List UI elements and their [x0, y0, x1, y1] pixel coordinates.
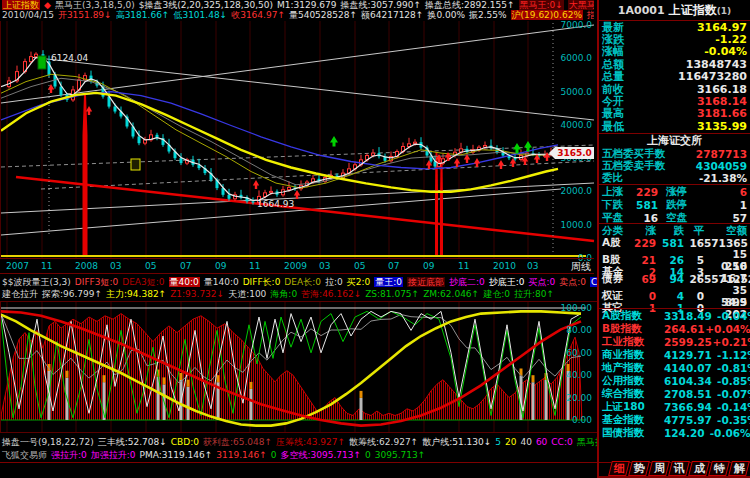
info-segment: 换0.00% [427, 10, 465, 20]
x-axis-label: 2009 [284, 261, 307, 272]
index-change: +0.21% [712, 336, 750, 348]
y-axis-label: 4000.0 [554, 121, 592, 130]
x-axis-label: 2010 [493, 261, 516, 272]
exchange-name: 上海证交所 [599, 133, 750, 148]
index-name: 上证180 [602, 400, 664, 414]
top-info-line-2: 2010/04/15开3151.89↓高3181.66↑低3101.48↓收31… [0, 10, 594, 20]
index-row[interactable]: 国债指数124.20-0.06% [599, 426, 750, 439]
index-row[interactable]: 商业指数4129.71-1.12% [599, 348, 750, 361]
symbol-suffix: (1) [717, 6, 732, 16]
index-row[interactable]: 地产指数4140.07-0.81% [599, 361, 750, 374]
info-segment: ZM:62.046↑ [423, 289, 479, 299]
current-price-tag: 3165.0 [555, 147, 594, 159]
info-segment: 拉升:80↑ [514, 289, 554, 299]
view-tab-成[interactable]: 成 [688, 461, 710, 476]
quote-value: 13848743 [686, 58, 747, 71]
index-name: 商业指数 [602, 348, 664, 362]
main-chart-region[interactable]: 6124.041664.93 7000.06000.05000.04000.03… [0, 21, 597, 258]
index-name: B股指数 [602, 322, 664, 336]
index-change: -0.04% [712, 310, 750, 322]
quote-value: 3166.18 [697, 83, 747, 96]
x-axis-label: 2008 [75, 261, 98, 272]
indicator-chart-region[interactable]: 100.0080.0060.0040.0020.000.00 [0, 301, 597, 433]
y-axis-label: 1000.0 [554, 221, 592, 230]
period-label[interactable]: 周线 [571, 261, 591, 272]
x-axis-label: 03 [319, 261, 330, 272]
quote-value: 3164.97 [697, 21, 747, 34]
index-value: 264.61 [664, 323, 705, 335]
info-segment: 量140:0 [204, 277, 239, 287]
view-tab-讯[interactable]: 讯 [668, 461, 690, 476]
info-segment: 沪(19.62)0.62% [511, 10, 583, 20]
info-segment: ◆ [44, 0, 51, 10]
index-name: A股指数 [602, 309, 664, 323]
svg-text:1664.93: 1664.93 [257, 199, 294, 209]
index-row[interactable]: 上证1807366.94-0.14% [599, 400, 750, 413]
view-tab-细[interactable]: 细 [608, 461, 630, 476]
view-tab-特[interactable]: 特 [708, 461, 730, 476]
y-axis-label: 60.00 [552, 349, 592, 358]
category-table: 分类涨跌平空额A股22958116571365B股2126515 0.50基金2… [599, 223, 750, 308]
info-segment: 建仓拉升 [2, 289, 38, 299]
order-depth-panel: 五档委买手数2787713五档委卖手数4304059委比-21.38% [599, 148, 750, 185]
info-segment: 操盘一号(9,18,22,72) [2, 437, 94, 447]
index-change: -0.81% [712, 362, 750, 374]
index-row[interactable]: A股指数3318.49-0.04% [599, 309, 750, 322]
info-segment: 散筹线:62.927↑ [349, 437, 418, 447]
index-row[interactable]: B股指数264.61+0.04% [599, 322, 750, 335]
index-name: 国债指数 [602, 426, 664, 440]
index-value: 6104.34 [664, 375, 712, 387]
sidebar-filler [599, 439, 750, 461]
y-axis-label: 7000.0 [554, 21, 592, 30]
info-segment: DEA长:0 [284, 277, 321, 287]
top-info-line-1: 上证指数◆黑马王(3,3,18,5,0)$操盘3线(2,20,325,128,3… [0, 0, 594, 10]
info-segment: 量40:0 [169, 277, 200, 287]
x-axis-row: 2007112008030507091120090305070911201003… [0, 258, 594, 274]
info-segment: 拉:0 [325, 277, 343, 287]
view-tab-势[interactable]: 势 [628, 461, 650, 476]
category-row: A股22958116571365 [599, 236, 750, 248]
index-change: +0.04% [705, 323, 750, 335]
index-value: 124.20 [664, 427, 705, 439]
y-axis-label: 40.00 [552, 371, 592, 380]
oscillator-chart[interactable] [1, 302, 596, 432]
x-axis-label: 11 [458, 261, 469, 272]
x-axis-label: 2007 [6, 261, 29, 272]
info-segment: 3119.146↑ [216, 450, 266, 460]
indicator-text-line-2: 建仓拉升探索:96.799↑主力:94.382↑Z1:93.732↓天道:100… [0, 288, 597, 300]
candlestick-chart[interactable]: 6124.041664.93 [1, 21, 598, 258]
x-axis-label: 09 [423, 261, 434, 272]
index-row[interactable]: 综合指数2708.51-0.07% [599, 387, 750, 400]
bottom-indicator-line-2: 飞狐交易师强拉升:0加强拉升:0PMA:3119.146↑3119.146↑0多… [0, 449, 597, 461]
index-value: 2599.25 [664, 336, 712, 348]
index-change: -0.14% [712, 401, 750, 413]
info-segment: 飞狐交易师 [2, 450, 47, 460]
index-row[interactable]: 工业指数2599.25+0.21% [599, 335, 750, 348]
x-axis-label: 09 [215, 261, 226, 272]
x-axis-label: 05 [145, 261, 156, 272]
symbol-header[interactable]: 1A0001上证指数(1) [599, 0, 750, 21]
index-row[interactable]: 公用指数6104.34-0.85% [599, 374, 750, 387]
info-segment: 抄底王:0 [489, 277, 525, 287]
index-row[interactable]: 基金指数4775.97-0.35% [599, 413, 750, 426]
depth-row: 五档委买手数2787713 [599, 148, 750, 160]
info-segment: 高3181.66↑ [116, 10, 170, 20]
breadth-row: 平盘16空盘57 [599, 211, 750, 224]
view-tab-周[interactable]: 周 [648, 461, 670, 476]
sidebar: 1A0001上证指数(1) 最新3164.97涨跌-1.22涨幅-0.04%总额… [597, 0, 750, 478]
info-segment: 多空线:3095.713↑ [280, 450, 361, 460]
quote-value: 3181.66 [697, 107, 747, 120]
indicator-text-line-1: $$波段量王(3,3)DIFF3短:0DEA3短:0量40:0量140:0DIF… [0, 276, 597, 288]
info-segment: 额64217128↑ [361, 10, 423, 20]
bottom-indicator-line-1: 操盘一号(9,18,22,72)三丰线:52.708↓CBD:0获利盘:65.0… [0, 436, 597, 448]
info-segment: 0 [271, 450, 277, 460]
quote-row: 最低3135.99 [599, 120, 750, 132]
info-segment: 60 [536, 437, 547, 447]
info-segment: 海角:0 [270, 289, 297, 299]
view-tab-解[interactable]: 解 [728, 461, 750, 476]
index-value: 4775.97 [664, 414, 712, 426]
y-axis-label: 5000.0 [554, 88, 592, 97]
index-change: -0.06% [705, 427, 750, 439]
info-segment: 大黑马:0 [568, 0, 594, 10]
index-name: 工业指数 [602, 335, 664, 349]
